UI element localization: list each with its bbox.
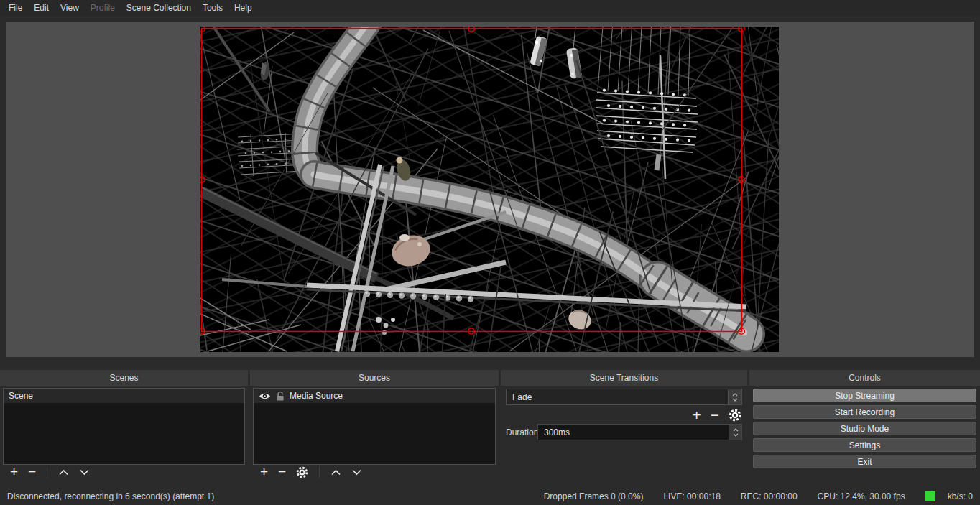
menu-scene-collection[interactable]: Scene Collection (121, 1, 197, 15)
rec-timer: REC: 00:00:00 (741, 491, 798, 501)
duration-label: Duration (506, 427, 537, 437)
chevron-up-icon (733, 428, 739, 432)
add-scene-button[interactable]: + (10, 467, 18, 477)
obs-main-window: File Edit View Profile Scene Collection … (0, 0, 980, 505)
chevron-up-icon (330, 469, 341, 476)
unlocked-padlock-icon[interactable] (276, 392, 285, 401)
live-timer: LIVE: 00:00:18 (663, 491, 720, 501)
remove-scene-button[interactable]: − (28, 467, 36, 477)
gear-icon (729, 409, 741, 422)
chevron-down-icon (79, 469, 90, 476)
menu-bar: File Edit View Profile Scene Collection … (0, 0, 980, 16)
sources-panel-title: Sources (359, 373, 390, 383)
dropped-frames-status: Dropped Frames 0 (0.0%) (544, 491, 644, 501)
controls-panel-title: Controls (849, 373, 881, 383)
menu-tools[interactable]: Tools (197, 1, 228, 15)
menu-help[interactable]: Help (228, 1, 258, 15)
connection-status-message: Disconnected, reconnecting in 6 second(s… (7, 491, 214, 501)
source-list-item[interactable]: Media Source (254, 389, 495, 403)
chevron-down-icon (733, 433, 739, 437)
transition-selected-value: Fade (507, 392, 728, 402)
transition-properties-gear-button[interactable] (729, 409, 741, 422)
menu-file[interactable]: File (3, 1, 28, 15)
video-frame (200, 27, 779, 352)
scenes-list: Scene (3, 388, 245, 465)
transition-select[interactable]: Fade (506, 389, 742, 405)
congestion-indicator (925, 491, 935, 501)
remove-transition-button[interactable]: − (711, 410, 719, 420)
video-canvas[interactable] (200, 27, 779, 352)
menu-view[interactable]: View (55, 1, 85, 15)
scenes-panel: Scenes Scene + − (0, 370, 248, 483)
sources-panel: Sources Media Source + − (250, 370, 499, 483)
scene-transitions-header[interactable]: Scene Transitions (501, 370, 747, 386)
transition-duration-row: Duration 300ms (506, 425, 742, 440)
chevron-down-icon (351, 469, 362, 476)
sources-toolbar: + − (253, 463, 496, 481)
transition-toolbar: + − (692, 407, 741, 423)
duration-value: 300ms (538, 427, 729, 437)
studio-mode-button[interactable]: Studio Mode (753, 422, 976, 435)
exit-button[interactable]: Exit (753, 455, 976, 468)
scenes-panel-header[interactable]: Scenes (0, 370, 248, 386)
start-recording-button[interactable]: Start Recording (753, 405, 976, 419)
chevron-up-icon (732, 393, 738, 397)
scene-name: Scene (9, 391, 33, 401)
transition-duration-input[interactable]: 300ms (537, 424, 742, 440)
scene-transitions-title: Scene Transitions (590, 373, 658, 383)
chevron-down-icon (732, 398, 738, 402)
scenes-toolbar: + − (3, 463, 245, 481)
sources-panel-header[interactable]: Sources (250, 370, 499, 386)
gear-icon (296, 466, 308, 478)
bitrate-status: kb/s: 0 (948, 491, 973, 501)
move-scene-down-button[interactable] (79, 469, 90, 476)
transition-select-arrows[interactable] (728, 389, 741, 404)
move-scene-up-button[interactable] (58, 469, 69, 476)
duration-spinner[interactable] (729, 425, 741, 440)
controls-panel-header[interactable]: Controls (749, 370, 980, 386)
visibility-eye-icon[interactable] (259, 392, 271, 400)
menu-edit[interactable]: Edit (28, 1, 55, 15)
cpu-fps-status: CPU: 12.4%, 30.00 fps (818, 491, 905, 501)
remove-source-button[interactable]: − (278, 467, 286, 477)
add-source-button[interactable]: + (260, 467, 268, 477)
add-transition-button[interactable]: + (692, 410, 701, 420)
preview-area (6, 22, 974, 357)
move-source-down-button[interactable] (351, 469, 362, 476)
scene-transitions-panel: Scene Transitions Fade + − Duration 300m… (501, 370, 747, 483)
scene-list-item[interactable]: Scene (4, 389, 244, 403)
source-properties-gear-button[interactable] (296, 466, 308, 478)
stop-streaming-button[interactable]: Stop Streaming (753, 389, 976, 402)
menu-profile: Profile (85, 1, 121, 15)
sources-list: Media Source (253, 388, 496, 465)
status-bar: Disconnected, reconnecting in 6 second(s… (0, 488, 980, 505)
move-source-up-button[interactable] (330, 469, 341, 476)
chevron-up-icon (58, 469, 69, 476)
settings-button[interactable]: Settings (753, 438, 976, 452)
source-name: Media Source (290, 391, 343, 401)
controls-panel: Controls Stop Streaming Start Recording … (749, 370, 980, 483)
scenes-panel-title: Scenes (109, 373, 138, 383)
toolbar-separator (319, 466, 320, 478)
toolbar-separator (47, 466, 47, 478)
